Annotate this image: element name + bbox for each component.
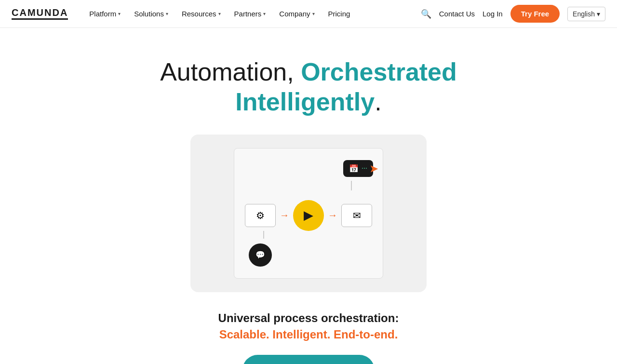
arrow-orange-icon: ➤ bbox=[370, 163, 378, 175]
chat-node: 💬 bbox=[249, 243, 272, 267]
tagline: Universal process orchestration: Scalabl… bbox=[218, 311, 399, 341]
log-in-link[interactable]: Log In bbox=[483, 10, 503, 18]
chat-icon: 💬 bbox=[255, 250, 265, 259]
gear-icon: ⚙ bbox=[256, 210, 265, 221]
nav-resources[interactable]: Resources ▾ bbox=[176, 6, 227, 22]
process-row: ⚙ → ▶ → ✉ bbox=[244, 200, 373, 231]
logo[interactable]: CAMUNDA bbox=[12, 8, 68, 20]
gear-node: ⚙ bbox=[245, 204, 276, 227]
language-label: English bbox=[573, 10, 595, 18]
get-demo-button[interactable]: Get a Demo bbox=[242, 355, 375, 364]
email-icon: ✉ bbox=[353, 210, 361, 221]
tagline-sub: Scalable. Intelligent. End-to-end. bbox=[218, 328, 399, 341]
email-node: ✉ bbox=[341, 204, 372, 227]
play-button[interactable]: ▶ bbox=[293, 200, 324, 231]
nav-company[interactable]: Company ▾ bbox=[273, 6, 320, 22]
chevron-down-icon: ▾ bbox=[312, 11, 315, 16]
chevron-down-icon: ▾ bbox=[263, 11, 266, 16]
nav-pricing[interactable]: Pricing bbox=[322, 6, 356, 22]
nav-right: 🔍 Contact Us Log In Try Free English ▾ bbox=[421, 5, 605, 23]
hero-title-period: . bbox=[375, 88, 381, 116]
language-selector[interactable]: English ▾ bbox=[567, 7, 605, 21]
logo-underline bbox=[12, 18, 68, 20]
chevron-down-icon: ▾ bbox=[166, 11, 168, 16]
play-icon: ▶ bbox=[304, 208, 313, 223]
nav-solutions[interactable]: Solutions ▾ bbox=[128, 6, 174, 22]
nav-partners[interactable]: Partners ▾ bbox=[228, 6, 272, 22]
bottom-row: 💬 bbox=[244, 243, 373, 267]
diagram-card: 📅 ⋯ ➤ ⚙ → ▶ → ✉ bbox=[190, 135, 427, 292]
hero-title-part1: Automation, bbox=[160, 58, 301, 86]
nav-platform[interactable]: Platform ▾ bbox=[83, 6, 126, 22]
diagram-inner: 📅 ⋯ ➤ ⚙ → ▶ → ✉ bbox=[234, 148, 383, 279]
search-icon: 🔍 bbox=[421, 9, 431, 19]
contact-us-link[interactable]: Contact Us bbox=[439, 10, 475, 18]
search-button[interactable]: 🔍 bbox=[421, 9, 431, 19]
nav-links: Platform ▾ Solutions ▾ Resources ▾ Partn… bbox=[83, 6, 420, 22]
brand-name: CAMUNDA bbox=[12, 8, 68, 17]
arrow-right-icon: → bbox=[280, 210, 289, 221]
try-free-button[interactable]: Try Free bbox=[510, 5, 560, 23]
navbar: CAMUNDA Platform ▾ Solutions ▾ Resources… bbox=[0, 0, 617, 28]
chevron-down-icon: ▾ bbox=[218, 11, 221, 16]
hero-title: Automation, Orchestrated Intelligently. bbox=[125, 57, 492, 117]
tagline-main: Universal process orchestration: bbox=[218, 311, 399, 325]
calendar-icon: 📅 bbox=[349, 164, 359, 173]
chevron-down-icon: ▾ bbox=[597, 10, 600, 18]
chevron-down-icon: ▾ bbox=[118, 11, 121, 16]
arrow-right-icon-2: → bbox=[328, 210, 337, 221]
top-node-dots: ⋯ bbox=[362, 165, 367, 172]
hero-section: Automation, Orchestrated Intelligently. … bbox=[0, 28, 617, 364]
